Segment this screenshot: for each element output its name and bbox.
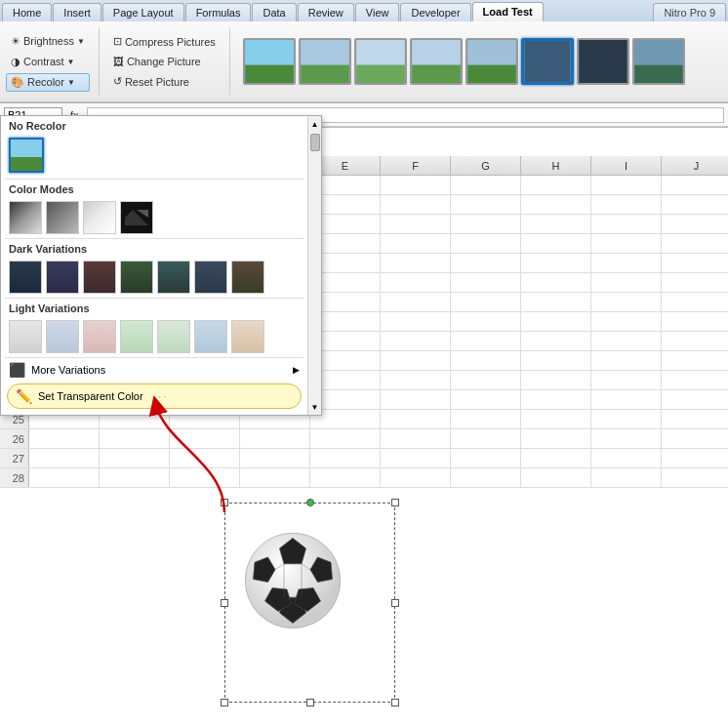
handle-bot-left[interactable]: [221, 699, 228, 706]
cell[interactable]: [662, 215, 728, 233]
cell[interactable]: [29, 429, 100, 448]
cell[interactable]: [521, 176, 591, 194]
cell[interactable]: [591, 215, 662, 233]
handle-top-right[interactable]: [391, 499, 399, 506]
cell[interactable]: [521, 429, 591, 448]
cell[interactable]: [100, 468, 170, 487]
soccer-ball-container[interactable]: [224, 503, 395, 703]
dark-swatch-2[interactable]: [46, 261, 79, 294]
swatch-sepia[interactable]: [46, 201, 79, 234]
cell[interactable]: [451, 410, 521, 428]
cell[interactable]: [591, 195, 662, 214]
handle-top-left[interactable]: [221, 499, 228, 506]
cell[interactable]: [451, 390, 521, 409]
handle-mid-right[interactable]: [391, 599, 399, 607]
cell[interactable]: [591, 254, 662, 272]
dark-swatch-7[interactable]: [231, 261, 264, 294]
cell[interactable]: [451, 468, 521, 487]
contrast-button[interactable]: ◑ Contrast ▼: [6, 53, 90, 71]
cell[interactable]: [451, 176, 521, 194]
reset-picture-button[interactable]: ↺ Reset Picture: [108, 72, 221, 91]
style-thumb-6[interactable]: [521, 38, 574, 85]
light-swatch-7[interactable]: [231, 320, 264, 353]
cell[interactable]: [310, 449, 381, 467]
handle-bot-right[interactable]: [391, 699, 399, 706]
compress-button[interactable]: ⊡ Compress Pictures: [108, 32, 221, 51]
scrollbar-up-btn[interactable]: ▲: [309, 116, 321, 132]
no-recolor-swatch[interactable]: [9, 138, 44, 173]
cell[interactable]: [591, 351, 662, 370]
brightness-button[interactable]: ☀ Brightness ▼: [6, 32, 90, 51]
cell[interactable]: [662, 332, 728, 350]
cell[interactable]: [170, 429, 240, 448]
cell[interactable]: [662, 293, 728, 311]
cell[interactable]: [100, 449, 170, 467]
cell[interactable]: [662, 390, 728, 409]
set-transparent-color-item[interactable]: ✏️ Set Transparent Color · · ·: [7, 383, 302, 409]
swatch-black[interactable]: [120, 201, 153, 234]
cell[interactable]: [381, 429, 451, 448]
cell[interactable]: [240, 429, 310, 448]
recolor-button[interactable]: 🎨 Recolor ▼: [6, 73, 90, 92]
cell[interactable]: [100, 429, 170, 448]
more-variations-item[interactable]: ⬛ More Variations ▶: [1, 358, 307, 382]
cell[interactable]: [521, 195, 591, 214]
cell[interactable]: [381, 293, 451, 311]
scrollbar-thumb[interactable]: [310, 134, 320, 151]
cell[interactable]: [591, 429, 662, 448]
dark-swatch-5[interactable]: [157, 261, 190, 294]
cell[interactable]: [662, 195, 728, 214]
cell[interactable]: [591, 312, 662, 331]
cell[interactable]: [662, 351, 728, 370]
cell[interactable]: [451, 371, 521, 389]
cell[interactable]: [381, 195, 451, 214]
cell[interactable]: [451, 449, 521, 467]
cell[interactable]: [381, 449, 451, 467]
cell[interactable]: [662, 312, 728, 331]
handle-mid-left[interactable]: [221, 599, 228, 607]
style-thumb-7[interactable]: [577, 38, 629, 85]
cell[interactable]: [381, 254, 451, 272]
cell[interactable]: [662, 176, 728, 194]
cell[interactable]: [662, 449, 728, 467]
cell[interactable]: [591, 234, 662, 253]
cell[interactable]: [451, 234, 521, 253]
dark-swatch-6[interactable]: [194, 261, 227, 294]
cell[interactable]: [521, 254, 591, 272]
light-swatch-3[interactable]: [83, 320, 116, 353]
cell[interactable]: [591, 449, 662, 467]
cell[interactable]: [381, 273, 451, 292]
tab-nitro[interactable]: Nitro Pro 9: [653, 3, 726, 21]
cell[interactable]: [381, 176, 451, 194]
cell[interactable]: [240, 449, 310, 467]
tab-review[interactable]: Review: [298, 3, 354, 21]
change-picture-button[interactable]: 🖼 Change Picture: [108, 53, 221, 70]
cell[interactable]: [381, 312, 451, 331]
light-swatch-4[interactable]: [120, 320, 153, 353]
cell[interactable]: [240, 468, 310, 487]
tab-page-layout[interactable]: Page Layout: [102, 3, 184, 21]
cell[interactable]: [591, 332, 662, 350]
cell[interactable]: [310, 429, 381, 448]
cell[interactable]: [521, 234, 591, 253]
cell[interactable]: [521, 273, 591, 292]
cell[interactable]: [451, 273, 521, 292]
tab-data[interactable]: Data: [252, 3, 296, 21]
cell[interactable]: [170, 449, 240, 467]
cell[interactable]: [381, 410, 451, 428]
cell[interactable]: [591, 410, 662, 428]
tab-insert[interactable]: Insert: [53, 3, 101, 21]
cell[interactable]: [521, 293, 591, 311]
cell[interactable]: [381, 468, 451, 487]
dark-swatch-4[interactable]: [120, 261, 153, 294]
light-swatch-5[interactable]: [157, 320, 190, 353]
cell[interactable]: [521, 468, 591, 487]
cell[interactable]: [662, 254, 728, 272]
cell[interactable]: [29, 449, 100, 467]
cell[interactable]: [591, 273, 662, 292]
cell[interactable]: [381, 215, 451, 233]
cell[interactable]: [521, 449, 591, 467]
cell[interactable]: [381, 351, 451, 370]
cell[interactable]: [381, 371, 451, 389]
style-thumb-1[interactable]: [243, 38, 296, 85]
